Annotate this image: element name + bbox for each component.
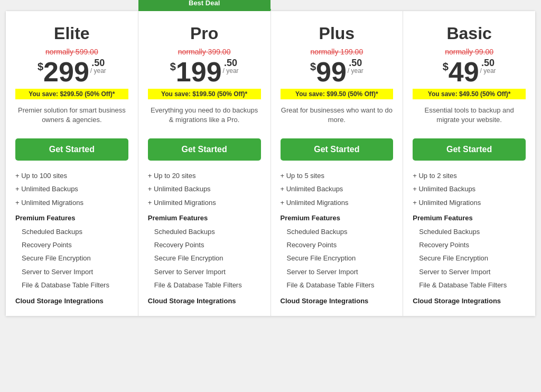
feature-item: + Up to 20 sites xyxy=(148,169,261,182)
price-year-plus: / year xyxy=(348,68,363,74)
feature-item: File & Database Table Filters xyxy=(15,278,128,292)
get-started-btn-plus[interactable]: Get Started xyxy=(281,138,394,161)
feature-item: Recovery Points xyxy=(281,238,394,251)
price-amount-basic: 49 xyxy=(449,58,479,86)
feature-item: Recovery Points xyxy=(15,238,128,251)
original-price-basic: normally 99.00 xyxy=(413,48,526,56)
feature-item: Premium Features xyxy=(148,211,261,225)
price-dollar-elite: $ xyxy=(38,61,43,72)
features-list-elite: + Up to 100 sites+ Unlimited Backups+ Un… xyxy=(15,169,128,307)
price-year-elite: / year xyxy=(90,68,106,74)
feature-item: File & Database Table Filters xyxy=(281,278,394,292)
feature-item: File & Database Table Filters xyxy=(413,278,526,292)
features-list-plus: + Up to 5 sites+ Unlimited Backups+ Unli… xyxy=(281,169,394,307)
feature-item: Server to Server Import xyxy=(281,265,394,278)
price-amount-elite: 299 xyxy=(43,58,89,86)
features-list-basic: + Up to 2 sites+ Unlimited Backups+ Unli… xyxy=(413,169,526,307)
feature-item: Premium Features xyxy=(15,211,128,225)
feature-item: Scheduled Backups xyxy=(281,225,394,238)
price-dollar-pro: $ xyxy=(170,61,176,72)
feature-item: Secure File Encryption xyxy=(15,251,128,265)
price-amount-plus: 99 xyxy=(316,58,347,86)
pricing-table: Elitenormally 599.00 $ 299 .50 / year Yo… xyxy=(5,11,536,316)
get-started-btn-basic[interactable]: Get Started xyxy=(413,138,526,161)
feature-item: + Unlimited Backups xyxy=(148,182,261,195)
price-cents-elite: .50 xyxy=(90,58,106,68)
plan-plus: Plusnormally 199.00 $ 99 .50 / year You … xyxy=(271,11,404,316)
get-started-btn-elite[interactable]: Get Started xyxy=(15,138,128,161)
feature-item: Cloud Storage Integrations xyxy=(281,294,394,307)
original-price-elite: normally 599.00 xyxy=(15,48,128,56)
price-row-elite: $ 299 .50 / year xyxy=(15,58,128,86)
plan-name-plus: Plus xyxy=(281,24,394,43)
feature-item: Premium Features xyxy=(413,211,526,225)
price-row-pro: $ 199 .50 / year xyxy=(148,58,261,86)
savings-badge-basic: You save: $49.50 (50% Off)* xyxy=(413,89,526,99)
feature-item: Secure File Encryption xyxy=(281,251,394,265)
feature-item: Recovery Points xyxy=(148,238,261,251)
features-list-pro: + Up to 20 sites+ Unlimited Backups+ Unl… xyxy=(148,169,261,307)
feature-item: + Unlimited Migrations xyxy=(413,196,526,209)
plan-elite: Elitenormally 599.00 $ 299 .50 / year Yo… xyxy=(6,11,138,316)
plan-description-basic: Essential tools to backup and migrate yo… xyxy=(413,106,526,131)
savings-badge-pro: You save: $199.50 (50% Off)* xyxy=(148,89,261,99)
feature-item: Server to Server Import xyxy=(15,265,128,278)
feature-item: Scheduled Backups xyxy=(15,225,128,238)
price-row-plus: $ 99 .50 / year xyxy=(281,58,394,86)
price-cents-basic: .50 xyxy=(480,58,496,68)
price-dollar-basic: $ xyxy=(443,61,449,72)
feature-item: + Unlimited Backups xyxy=(413,182,526,195)
feature-item: Server to Server Import xyxy=(413,265,526,278)
plan-description-plus: Great for businesses who want to do more… xyxy=(281,106,394,131)
plan-name-basic: Basic xyxy=(413,24,526,43)
best-deal-badge: Best Deal xyxy=(138,0,270,10)
feature-item: + Unlimited Backups xyxy=(15,182,128,195)
price-dollar-plus: $ xyxy=(310,61,316,72)
feature-item: Recovery Points xyxy=(413,238,526,251)
feature-item: Premium Features xyxy=(281,211,394,225)
savings-badge-plus: You save: $99.50 (50% Off)* xyxy=(281,89,394,99)
plan-name-elite: Elite xyxy=(15,24,128,43)
get-started-btn-pro[interactable]: Get Started xyxy=(148,138,261,161)
feature-item: + Up to 5 sites xyxy=(281,169,394,182)
feature-item: Cloud Storage Integrations xyxy=(15,294,128,307)
price-year-pro: / year xyxy=(223,68,239,74)
savings-badge-elite: You save: $299.50 (50% Off)* xyxy=(15,89,128,99)
feature-item: + Unlimited Migrations xyxy=(281,196,394,209)
price-cents-pro: .50 xyxy=(223,58,239,68)
price-cents-plus: .50 xyxy=(348,58,363,68)
plan-basic: Basicnormally 99.00 $ 49 .50 / year You … xyxy=(403,11,535,316)
feature-item: File & Database Table Filters xyxy=(148,278,261,292)
plan-pro: Best DealPronormally 399.00 $ 199 .50 / … xyxy=(138,9,271,316)
price-row-basic: $ 49 .50 / year xyxy=(413,58,526,86)
feature-item: + Unlimited Migrations xyxy=(15,196,128,209)
feature-item: Secure File Encryption xyxy=(148,251,261,265)
feature-item: Cloud Storage Integrations xyxy=(413,294,526,307)
plan-description-pro: Everything you need to do backups & migr… xyxy=(148,106,261,131)
original-price-pro: normally 399.00 xyxy=(148,48,261,56)
original-price-plus: normally 199.00 xyxy=(281,48,394,56)
feature-item: + Up to 100 sites xyxy=(15,169,128,182)
feature-item: + Unlimited Backups xyxy=(281,182,394,195)
feature-item: Secure File Encryption xyxy=(413,251,526,265)
feature-item: Server to Server Import xyxy=(148,265,261,278)
feature-item: Cloud Storage Integrations xyxy=(148,294,261,307)
feature-item: + Up to 2 sites xyxy=(413,169,526,182)
feature-item: Scheduled Backups xyxy=(413,225,526,238)
price-year-basic: / year xyxy=(480,68,496,74)
plan-name-pro: Pro xyxy=(148,24,261,43)
price-amount-pro: 199 xyxy=(176,58,222,86)
feature-item: + Unlimited Migrations xyxy=(148,196,261,209)
feature-item: Scheduled Backups xyxy=(148,225,261,238)
plan-description-elite: Premier solution for smart business owne… xyxy=(15,106,128,131)
